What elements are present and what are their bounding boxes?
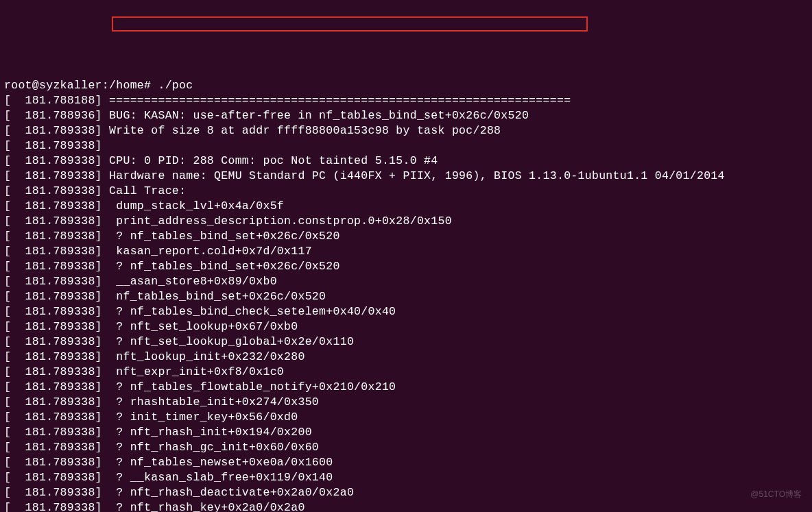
watermark: @51CTO博客 <box>750 487 802 502</box>
log-line: [ 181.789338] ? nft_rhash_deactivate+0x2… <box>4 485 808 500</box>
log-line: [ 181.789338] ? nf_tables_bind_set+0x26c… <box>4 259 808 274</box>
log-line: [ 181.789338] Hardware name: QEMU Standa… <box>4 169 808 184</box>
log-line: [ 181.789338] ? nf_tables_bind_set+0x26c… <box>4 229 808 244</box>
kernel-log: [ 181.788188] ==========================… <box>4 93 808 512</box>
log-line: [ 181.788936] BUG: KASAN: use-after-free… <box>4 108 808 123</box>
log-line: [ 181.789338] Call Trace: <box>4 184 808 199</box>
prompt-line: root@syzkaller:/home# ./poc <box>4 78 808 93</box>
log-line: [ 181.789338] CPU: 0 PID: 288 Comm: poc … <box>4 154 808 169</box>
log-line: [ 181.789338] nf_tables_bind_set+0x26c/0… <box>4 289 808 304</box>
log-line: [ 181.789338] __asan_store8+0x89/0xb0 <box>4 274 808 289</box>
log-line: [ 181.789338] nft_lookup_init+0x232/0x28… <box>4 350 808 365</box>
log-line: [ 181.789338] ? __kasan_slab_free+0x119/… <box>4 470 808 485</box>
log-line: [ 181.789338] ? nft_rhash_gc_init+0x60/0… <box>4 440 808 455</box>
log-line: [ 181.789338] print_address_description.… <box>4 214 808 229</box>
log-line: [ 181.789338] ? nft_set_lookup+0x67/0xb0 <box>4 319 808 334</box>
log-line: [ 181.788188] ==========================… <box>4 93 808 108</box>
log-line: [ 181.789338] dump_stack_lvl+0x4a/0x5f <box>4 199 808 214</box>
log-line: [ 181.789338] ? nf_tables_newset+0xe0a/0… <box>4 455 808 470</box>
terminal-output[interactable]: root@syzkaller:/home# ./poc[ 181.788188]… <box>4 63 808 512</box>
log-line: [ 181.789338] ? init_timer_key+0x56/0xd0 <box>4 410 808 425</box>
log-line: [ 181.789338] ? nf_tables_bind_check_set… <box>4 304 808 319</box>
log-line: [ 181.789338] ? nf_tables_flowtable_noti… <box>4 380 808 395</box>
log-line: [ 181.789338] <box>4 138 808 154</box>
log-line: [ 181.789338] ? nft_set_lookup_global+0x… <box>4 334 808 350</box>
log-line: [ 181.789338] ? nft_rhash_init+0x194/0x2… <box>4 425 808 440</box>
log-line: [ 181.789338] ? nft_rhash_key+0x2a0/0x2a… <box>4 500 808 512</box>
log-line: [ 181.789338] kasan_report.cold+0x7d/0x1… <box>4 244 808 259</box>
log-line: [ 181.789338] ? rhashtable_init+0x274/0x… <box>4 395 808 410</box>
log-line: [ 181.789338] Write of size 8 at addr ff… <box>4 123 808 138</box>
highlight-annotation <box>112 16 588 32</box>
log-line: [ 181.789338] nft_expr_init+0xf8/0x1c0 <box>4 365 808 380</box>
